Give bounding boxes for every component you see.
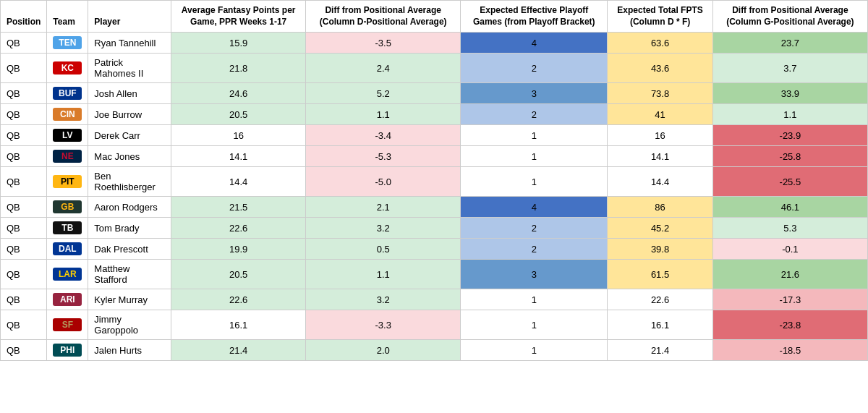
table-row: QBDALDak Prescott19.90.5239.8-0.1 — [1, 239, 868, 260]
cell-exp-games: 1 — [461, 289, 608, 310]
team-badge: TB — [53, 221, 82, 234]
cell-avg-fpts: 16 — [171, 125, 306, 146]
cell-team: PIT — [47, 167, 88, 197]
stats-table: Position Team Player Average Fantasy Poi… — [0, 0, 868, 361]
cell-exp-games: 2 — [461, 104, 608, 125]
team-badge: BUF — [53, 87, 82, 100]
cell-player: Ryan Tannehill — [88, 33, 171, 54]
cell-position: QB — [1, 197, 47, 218]
cell-diff-pos-avg: -23.8 — [712, 310, 867, 340]
table-row: QBGBAaron Rodgers21.52.148646.1 — [1, 197, 868, 218]
cell-diff-pos: -5.0 — [306, 167, 461, 197]
cell-avg-fpts: 20.5 — [171, 260, 306, 289]
cell-player: Jalen Hurts — [88, 340, 171, 361]
cell-exp-total-fpts: 14.1 — [608, 146, 712, 167]
cell-position: QB — [1, 340, 47, 361]
cell-team: KC — [47, 54, 88, 83]
table-row: QBTBTom Brady22.63.2245.25.3 — [1, 218, 868, 239]
cell-exp-total-fpts: 41 — [608, 104, 712, 125]
cell-diff-pos-avg: -18.5 — [712, 340, 867, 361]
cell-team: PHI — [47, 340, 88, 361]
cell-team: TB — [47, 218, 88, 239]
cell-diff-pos-avg: 46.1 — [712, 197, 867, 218]
cell-player: Ben Roethlisberger — [88, 167, 171, 197]
cell-diff-pos-avg: 5.3 — [712, 218, 867, 239]
team-badge: LV — [53, 129, 82, 142]
cell-position: QB — [1, 83, 47, 104]
col-header-player: Player — [88, 1, 171, 33]
cell-diff-pos: -3.3 — [306, 310, 461, 340]
cell-avg-fpts: 24.6 — [171, 83, 306, 104]
cell-position: QB — [1, 104, 47, 125]
team-badge: LAR — [53, 268, 82, 281]
cell-exp-games: 1 — [461, 125, 608, 146]
cell-avg-fpts: 22.6 — [171, 218, 306, 239]
cell-team: NE — [47, 146, 88, 167]
cell-exp-games: 1 — [461, 146, 608, 167]
col-header-exp-eff-games: Expected Effective Playoff Games (from P… — [461, 1, 608, 33]
cell-diff-pos-avg: -0.1 — [712, 239, 867, 260]
cell-position: QB — [1, 146, 47, 167]
cell-exp-total-fpts: 21.4 — [608, 340, 712, 361]
cell-team: LAR — [47, 260, 88, 289]
cell-diff-pos: 2.0 — [306, 340, 461, 361]
cell-diff-pos: 1.1 — [306, 260, 461, 289]
cell-avg-fpts: 14.1 — [171, 146, 306, 167]
cell-diff-pos-avg: 21.6 — [712, 260, 867, 289]
cell-avg-fpts: 21.5 — [171, 197, 306, 218]
cell-avg-fpts: 16.1 — [171, 310, 306, 340]
table-row: QBKCPatrick Mahomes II21.82.4243.63.7 — [1, 54, 868, 83]
cell-exp-total-fpts: 63.6 — [608, 33, 712, 54]
cell-position: QB — [1, 218, 47, 239]
cell-exp-total-fpts: 86 — [608, 197, 712, 218]
cell-diff-pos-avg: -23.9 — [712, 125, 867, 146]
table-row: QBTENRyan Tannehill15.9-3.5463.623.7 — [1, 33, 868, 54]
table-row: QBPHIJalen Hurts21.42.0121.4-18.5 — [1, 340, 868, 361]
cell-exp-total-fpts: 22.6 — [608, 289, 712, 310]
cell-player: Josh Allen — [88, 83, 171, 104]
team-badge: DAL — [53, 242, 82, 255]
col-header-exp-total-fpts: Expected Total FPTS (Column D * F) — [608, 1, 712, 33]
cell-position: QB — [1, 33, 47, 54]
cell-diff-pos: 1.1 — [306, 104, 461, 125]
cell-diff-pos-avg: -25.8 — [712, 146, 867, 167]
cell-diff-pos-avg: 33.9 — [712, 83, 867, 104]
cell-team: TEN — [47, 33, 88, 54]
cell-diff-pos-avg: 3.7 — [712, 54, 867, 83]
cell-exp-total-fpts: 16.1 — [608, 310, 712, 340]
cell-team: CIN — [47, 104, 88, 125]
cell-exp-total-fpts: 61.5 — [608, 260, 712, 289]
cell-player: Dak Prescott — [88, 239, 171, 260]
col-header-diff-pos-avg: Diff from Positional Average (Column G-P… — [712, 1, 867, 33]
cell-exp-total-fpts: 45.2 — [608, 218, 712, 239]
cell-exp-games: 1 — [461, 310, 608, 340]
team-badge: GB — [53, 200, 82, 213]
cell-exp-total-fpts: 14.4 — [608, 167, 712, 197]
team-badge: NE — [53, 150, 82, 163]
cell-diff-pos: -3.5 — [306, 33, 461, 54]
cell-exp-games: 4 — [461, 33, 608, 54]
cell-exp-games: 1 — [461, 340, 608, 361]
table-row: QBARIKyler Murray22.63.2122.6-17.3 — [1, 289, 868, 310]
table-row: QBPITBen Roethlisberger14.4-5.0114.4-25.… — [1, 167, 868, 197]
cell-team: DAL — [47, 239, 88, 260]
cell-player: Aaron Rodgers — [88, 197, 171, 218]
cell-team: SF — [47, 310, 88, 340]
team-badge: PHI — [53, 344, 82, 357]
cell-position: QB — [1, 239, 47, 260]
cell-team: BUF — [47, 83, 88, 104]
team-badge: TEN — [53, 36, 82, 49]
cell-exp-total-fpts: 73.8 — [608, 83, 712, 104]
col-header-position: Position — [1, 1, 47, 33]
cell-position: QB — [1, 310, 47, 340]
col-header-avg-fpts: Average Fantasy Points per Game, PPR Wee… — [171, 1, 306, 33]
cell-position: QB — [1, 289, 47, 310]
cell-position: QB — [1, 167, 47, 197]
cell-avg-fpts: 20.5 — [171, 104, 306, 125]
main-container: Position Team Player Average Fantasy Poi… — [0, 0, 868, 361]
cell-diff-pos-avg: -17.3 — [712, 289, 867, 310]
cell-diff-pos: -3.4 — [306, 125, 461, 146]
cell-player: Matthew Stafford — [88, 260, 171, 289]
cell-player: Kyler Murray — [88, 289, 171, 310]
table-row: QBNEMac Jones14.1-5.3114.1-25.8 — [1, 146, 868, 167]
